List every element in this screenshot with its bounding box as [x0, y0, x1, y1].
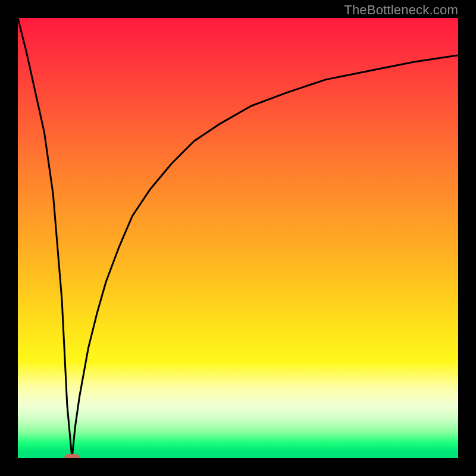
chart-frame: TheBottleneck.com [0, 0, 476, 476]
plot-area [18, 18, 458, 458]
curve-layer [18, 18, 458, 458]
watermark-text: TheBottleneck.com [344, 2, 458, 18]
bottleneck-curve [18, 18, 458, 458]
minimum-marker [64, 454, 80, 458]
